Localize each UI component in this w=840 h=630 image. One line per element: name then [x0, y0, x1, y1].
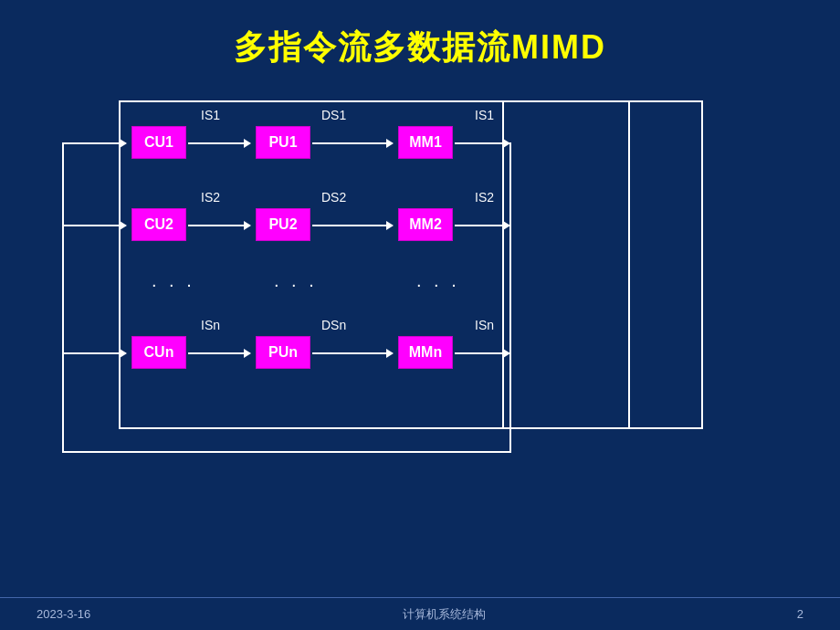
is1-label-top: IS1 [201, 108, 220, 122]
dsn-label-bot: DSn [321, 318, 346, 332]
mm-dots: · · · [416, 274, 460, 295]
ds1-label-top: DS1 [321, 108, 346, 122]
footer-page: 2 [797, 607, 803, 621]
arrow-cu2-pu2 [188, 225, 250, 226]
arrow-pun-mmn [312, 352, 393, 354]
cun-block: CUn [131, 336, 186, 369]
arrow-pu2-mm2 [312, 225, 393, 226]
arrow-mmn-right [455, 352, 509, 354]
isn-label-right: ISn [475, 318, 494, 332]
mm1-block: MM1 [398, 126, 453, 159]
ds2-label-mid: DS2 [321, 190, 346, 205]
cu1-block: CU1 [131, 126, 186, 159]
arrow-to-cun [64, 352, 126, 354]
arrow-to-cu1 [64, 142, 126, 144]
pu1-block: PU1 [256, 126, 310, 159]
cu-dots: · · · [152, 274, 195, 295]
feedback-left-v [62, 142, 64, 453]
cu2-block: CU2 [131, 208, 186, 241]
pu-dots: · · · [274, 274, 318, 295]
footer-subject: 计算机系统结构 [403, 606, 486, 623]
arrow-pu1-mm1 [312, 142, 393, 144]
arrow-cun-pun [188, 352, 250, 354]
fb-branch2 [62, 225, 64, 226]
mm-box [502, 100, 703, 429]
arrow-cu1-pu1 [188, 142, 250, 144]
pu2-block: PU2 [256, 208, 310, 241]
is2-label-right: IS2 [475, 190, 494, 205]
page-title: 多指令流多数据流MIMD [0, 0, 840, 70]
arrow-mm1-right [455, 142, 509, 144]
diagram: CU1 IS1 PU1 DS1 MM1 IS1 CU2 IS2 PU2 DS2 … [119, 100, 740, 484]
mmn-block: MMn [398, 336, 453, 369]
arrow-to-cu2 [64, 225, 126, 226]
pun-block: PUn [256, 336, 310, 369]
footer-date: 2023-3-16 [37, 607, 90, 621]
isn-label-bot: ISn [201, 318, 220, 332]
feedback-right-v [509, 142, 511, 453]
feedback-bottom-h [62, 451, 509, 453]
is2-label-mid: IS2 [201, 190, 220, 205]
fb-branchn [62, 352, 64, 354]
footer: 2023-3-16 计算机系统结构 2 [0, 597, 840, 630]
mm2-block: MM2 [398, 208, 453, 241]
is1-label-right: IS1 [475, 108, 494, 122]
arrow-mm2-right [455, 225, 509, 226]
